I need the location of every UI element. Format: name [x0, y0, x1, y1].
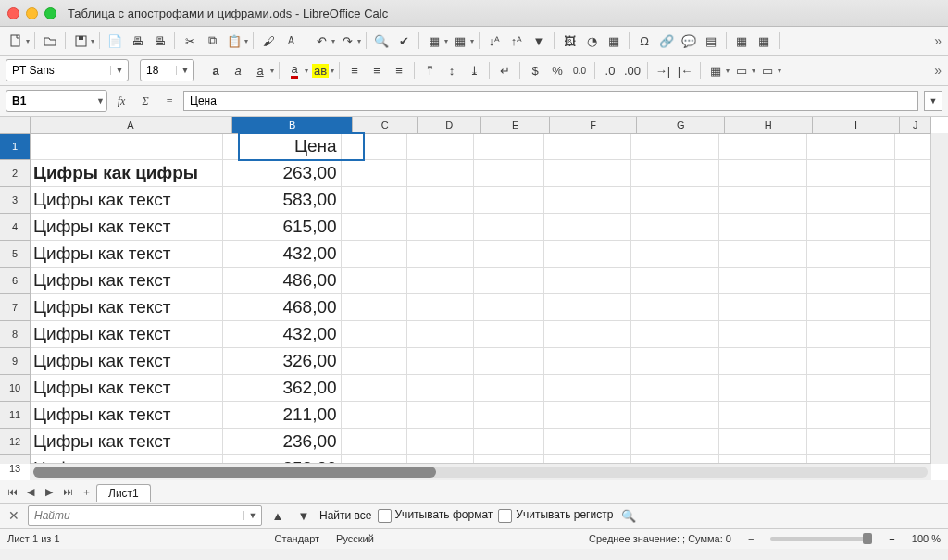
cell[interactable]: [474, 321, 543, 348]
cell[interactable]: [407, 402, 474, 429]
clear-format-icon[interactable]: Ａ: [281, 31, 301, 51]
cell[interactable]: 211,00: [223, 402, 342, 429]
align-top-icon[interactable]: ⤒: [419, 60, 440, 81]
dropdown-icon[interactable]: ▾: [726, 67, 730, 75]
cell[interactable]: [544, 321, 632, 348]
row-header[interactable]: 5: [0, 241, 30, 268]
column-header[interactable]: E: [481, 117, 549, 133]
print-icon[interactable]: 🖶: [127, 31, 147, 51]
find-input[interactable]: [29, 509, 243, 522]
decrease-decimal-icon[interactable]: .0: [600, 60, 620, 81]
row-header[interactable]: 2: [0, 160, 30, 187]
column-header[interactable]: I: [813, 117, 901, 133]
match-format-checkbox[interactable]: Учитывать формат: [378, 508, 493, 522]
save-icon[interactable]: [70, 31, 91, 51]
cell[interactable]: [407, 241, 474, 268]
cell[interactable]: [631, 348, 719, 375]
toolbar-overflow-icon[interactable]: »: [934, 63, 942, 78]
cell[interactable]: [342, 214, 408, 241]
cell[interactable]: [544, 133, 632, 160]
cell[interactable]: [342, 321, 408, 348]
cell[interactable]: [719, 268, 807, 294]
dropdown-icon[interactable]: ▾: [778, 67, 781, 75]
cell[interactable]: [474, 160, 543, 187]
expand-formula-icon[interactable]: ▼: [924, 91, 942, 111]
increase-indent-icon[interactable]: →|: [653, 60, 673, 81]
cell[interactable]: Цифры как цифры: [30, 160, 223, 187]
dropdown-icon[interactable]: ▼: [176, 66, 193, 75]
cell[interactable]: [407, 187, 474, 214]
dropdown-icon[interactable]: ▾: [305, 67, 308, 75]
cell[interactable]: [807, 214, 895, 241]
row-headers[interactable]: 12345678910111213: [0, 133, 31, 464]
cell[interactable]: [895, 268, 931, 294]
wrap-text-icon[interactable]: ↵: [494, 60, 515, 81]
sum-icon[interactable]: Σ: [135, 92, 156, 110]
last-sheet-icon[interactable]: ⏭: [59, 483, 76, 500]
cell[interactable]: [631, 160, 719, 187]
cell-grid[interactable]: ЦенаЦифры как цифры263,00Цифры как текст…: [30, 133, 931, 464]
italic-icon[interactable]: a: [228, 60, 248, 81]
dropdown-icon[interactable]: ▾: [444, 37, 448, 45]
dropdown-icon[interactable]: ▼: [94, 96, 106, 106]
cell[interactable]: [342, 133, 408, 160]
cell[interactable]: [407, 321, 474, 348]
cell[interactable]: [407, 375, 474, 402]
cell[interactable]: [544, 268, 632, 294]
cell[interactable]: [631, 241, 719, 268]
cell[interactable]: [719, 214, 807, 241]
new-icon[interactable]: [6, 31, 26, 51]
cell[interactable]: [807, 160, 895, 187]
cell[interactable]: [631, 321, 719, 348]
cell[interactable]: [719, 294, 807, 321]
find-options-icon[interactable]: 🔍: [618, 505, 639, 526]
dropdown-icon[interactable]: ▾: [357, 37, 361, 45]
zoom-level[interactable]: 100 %: [912, 533, 941, 544]
cell[interactable]: Цифры как текст: [30, 402, 223, 429]
special-char-icon[interactable]: Ω: [634, 31, 655, 51]
cell[interactable]: 432,00: [223, 241, 342, 268]
cell[interactable]: [342, 241, 408, 268]
font-size-combo[interactable]: ▼: [140, 59, 194, 81]
border-style-icon[interactable]: ▭: [731, 60, 752, 81]
comment-icon[interactable]: 💬: [679, 31, 699, 51]
cell[interactable]: [631, 268, 719, 294]
cell[interactable]: [895, 294, 931, 321]
cell[interactable]: [474, 268, 543, 294]
row-header[interactable]: 3: [0, 187, 30, 214]
cell[interactable]: [544, 375, 632, 402]
highlight-color-icon[interactable]: ав: [310, 60, 331, 81]
cell[interactable]: 583,00: [223, 187, 342, 214]
cell[interactable]: [407, 268, 474, 294]
close-find-icon[interactable]: ✕: [6, 507, 22, 524]
cell[interactable]: [895, 133, 931, 160]
align-bottom-icon[interactable]: ⤓: [464, 60, 484, 81]
find-replace-icon[interactable]: 🔍: [371, 31, 392, 51]
font-name-combo[interactable]: ▼: [6, 59, 129, 81]
font-name-input[interactable]: [6, 64, 110, 77]
find-field[interactable]: ▼: [28, 505, 262, 526]
hyperlink-icon[interactable]: 🔗: [656, 31, 677, 51]
column-header[interactable]: C: [353, 117, 418, 133]
column-header[interactable]: H: [725, 117, 813, 133]
cell[interactable]: [342, 402, 408, 429]
print-preview-icon[interactable]: 🖶: [149, 31, 169, 51]
clone-format-icon[interactable]: 🖌: [258, 31, 279, 51]
row-header[interactable]: 7: [0, 294, 30, 321]
cell[interactable]: [895, 429, 931, 455]
underline-icon[interactable]: a: [250, 60, 270, 81]
export-pdf-icon[interactable]: 📄: [105, 31, 125, 51]
cell-reference-input[interactable]: [6, 94, 94, 107]
dropdown-icon[interactable]: ▾: [331, 37, 335, 45]
freeze-icon[interactable]: ▦: [731, 31, 752, 51]
cell[interactable]: [544, 348, 632, 375]
redo-icon[interactable]: ↷: [337, 31, 357, 51]
paste-icon[interactable]: 📋: [224, 31, 244, 51]
close-window-icon[interactable]: [7, 7, 19, 19]
align-middle-icon[interactable]: ↕: [442, 60, 462, 81]
cell[interactable]: [474, 133, 543, 160]
autofilter-icon[interactable]: ▼: [529, 31, 549, 51]
cell[interactable]: [719, 321, 807, 348]
cell[interactable]: [807, 294, 895, 321]
cell[interactable]: [474, 429, 543, 455]
